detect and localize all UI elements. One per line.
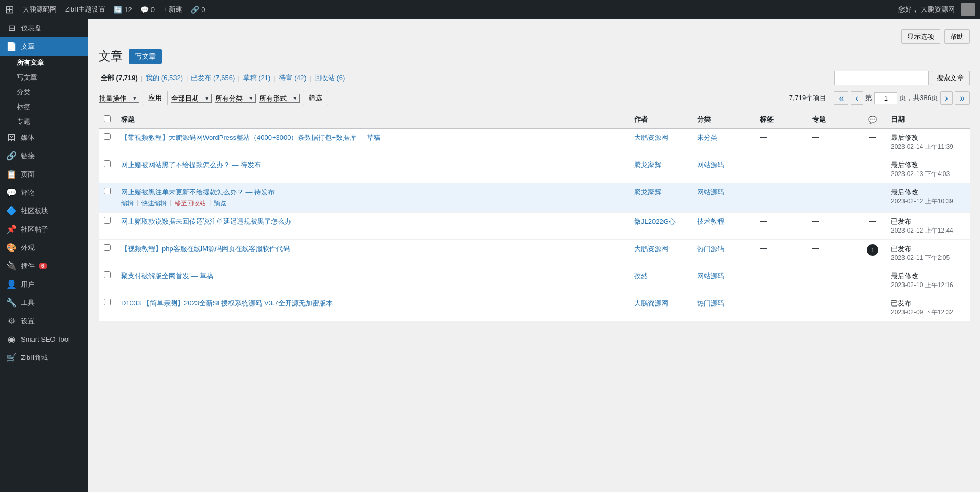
topic-value: — [812, 217, 819, 225]
trash-link[interactable]: 移至回收站 [175, 199, 206, 208]
author-link[interactable]: 大鹏资源网 [634, 299, 668, 307]
sidebar-item-posts[interactable]: 📄 文章 [0, 37, 88, 56]
post-title-link[interactable]: 聚支付破解版全网首发 — 草稿 [121, 272, 213, 280]
category-filter-select[interactable]: 所有分类 [215, 94, 256, 103]
sidebar-subitem-all-posts[interactable]: 所有文章 [0, 56, 88, 70]
tags-value: — [760, 244, 767, 252]
wp-logo-icon[interactable]: ⊞ [5, 3, 14, 16]
apply-button[interactable]: 应用 [143, 91, 168, 105]
filter-tab-draft[interactable]: 草稿 (21) [241, 72, 273, 84]
category-link[interactable]: 网站源码 [697, 161, 724, 169]
updates-link[interactable]: 🔄 12 [114, 6, 132, 14]
help-button[interactable]: 帮助 [944, 29, 970, 44]
sidebar-item-pages[interactable]: 📋 页面 [0, 165, 88, 183]
author-link[interactable]: 孜然 [634, 272, 648, 280]
row-checkbox[interactable] [104, 133, 111, 140]
sidebar-item-plugins[interactable]: 🔌 插件 6 [0, 257, 88, 275]
sidebar-subitem-tags[interactable]: 标签 [0, 100, 88, 114]
row-checkbox[interactable] [104, 160, 111, 167]
format-filter-select[interactable]: 所有形式 [259, 94, 300, 103]
filter-button[interactable]: 筛选 [303, 91, 328, 105]
category-link[interactable]: 热门源码 [697, 299, 724, 307]
smart-seo-icon: ◉ [6, 334, 17, 344]
sidebar-item-comments[interactable]: 💬 评论 [0, 183, 88, 202]
post-title-link[interactable]: 网上赌被黑注单未更新不给提款怎么办？ — 待发布 [121, 188, 275, 196]
new-link[interactable]: + 新建 [163, 5, 182, 14]
date-value: 2023-02-14 上午11:39 [891, 143, 953, 150]
comments-link[interactable]: 💬 0 [140, 6, 155, 14]
bulk-action-select[interactable]: 批量操作 [99, 94, 139, 103]
date-value: 2023-02-13 下午4:03 [891, 170, 950, 178]
posts-icon: 📄 [6, 41, 17, 51]
select-all-checkbox[interactable] [104, 115, 111, 122]
sidebar-item-settings[interactable]: ⚙ 设置 [0, 312, 88, 330]
links-count[interactable]: 🔗 0 [191, 6, 205, 14]
first-page-button[interactable]: « [834, 91, 848, 105]
sidebar-label-community-posts: 社区帖子 [21, 225, 48, 234]
filter-tab-mine[interactable]: 我的 (6,532) [144, 72, 185, 84]
author-link[interactable]: 腾龙家辉 [634, 188, 661, 196]
sidebar-item-tools[interactable]: 🔧 工具 [0, 293, 88, 312]
table-row: 网上赌被网站黑了不给提款怎么办？ — 待发布 腾龙家辉 网站源码 — — — 最… [99, 156, 970, 183]
sidebar-item-community-posts[interactable]: 📌 社区帖子 [0, 220, 88, 238]
avatar[interactable] [961, 3, 975, 16]
row-checkbox[interactable] [104, 299, 111, 305]
sidebar-subitem-write-posts[interactable]: 写文章 [0, 70, 88, 85]
category-link[interactable]: 网站源码 [697, 188, 724, 196]
th-date: 日期 [886, 111, 970, 129]
theme-settings[interactable]: ZibII主题设置 [65, 5, 105, 14]
author-link[interactable]: 微JL2022G心 [634, 217, 676, 225]
sidebar-label-tools: 工具 [21, 298, 35, 308]
author-link[interactable]: 大鹏资源网 [634, 134, 668, 141]
post-title-link[interactable]: 【视频教程】php客服在线IM源码网页在线客服软件代码 [121, 245, 290, 253]
sidebar-item-community[interactable]: 🔷 社区板块 [0, 202, 88, 220]
page-number-input[interactable] [874, 92, 897, 104]
prev-page-button[interactable]: ‹ [851, 91, 863, 105]
sidebar-item-dashboard[interactable]: ⊟ 仪表盘 [0, 19, 88, 37]
posts-table: 标题 作者 分类 标签 专题 💬 日期 【带视频教程】大鹏源码网WordPres… [99, 111, 970, 322]
post-title-link[interactable]: 【带视频教程】大鹏源码网WordPress整站（4000+3000）条数据打包+… [121, 134, 380, 141]
filter-tab-pending[interactable]: 待审 (42) [277, 72, 309, 84]
search-button[interactable]: 搜索文章 [931, 71, 970, 85]
tags-value: — [760, 299, 767, 307]
sidebar-item-links[interactable]: 🔗 链接 [0, 147, 88, 165]
row-checkbox[interactable] [104, 244, 111, 251]
write-post-button[interactable]: 写文章 [129, 49, 162, 64]
author-link[interactable]: 大鹏资源网 [634, 245, 668, 253]
sidebar-subitem-topics[interactable]: 专题 [0, 114, 88, 129]
edit-link[interactable]: 编辑 [121, 199, 134, 208]
sidebar-item-appearance[interactable]: 🎨 外观 [0, 238, 88, 257]
category-link[interactable]: 网站源码 [697, 272, 724, 280]
table-row: D1033 【简单亲测】2023全新SF授权系统源码 V3.7全开源无加密版本 … [99, 294, 970, 322]
category-link[interactable]: 技术教程 [697, 217, 724, 225]
sidebar-item-zib-shop[interactable]: 🛒 ZibII商城 [0, 348, 88, 367]
row-checkbox[interactable] [104, 271, 111, 278]
page-title: 文章 [99, 48, 123, 64]
category-link[interactable]: 热门源码 [697, 245, 724, 253]
site-name[interactable]: 大鹏源码网 [23, 5, 57, 14]
post-title-link[interactable]: 网上赌取款说数据未回传还说注单延迟违规被黑了怎么办 [121, 217, 291, 225]
quick-edit-link[interactable]: 快速编辑 [141, 199, 167, 208]
row-checkbox[interactable] [104, 188, 111, 194]
post-title-link[interactable]: D1033 【简单亲测】2023全新SF授权系统源码 V3.7全开源无加密版本 [121, 299, 333, 307]
filter-tab-all[interactable]: 全部 (7,719) [99, 72, 140, 84]
filter-tab-published[interactable]: 已发布 (7,656) [189, 72, 237, 84]
sidebar-subitem-categories[interactable]: 分类 [0, 85, 88, 100]
pages-icon: 📋 [6, 169, 17, 179]
next-page-button[interactable]: › [940, 91, 953, 105]
sidebar-item-smart-seo[interactable]: ◉ Smart SEO Tool [0, 330, 88, 348]
search-input[interactable] [834, 71, 929, 85]
post-title-link[interactable]: 网上赌被网站黑了不给提款怎么办？ — 待发布 [121, 161, 261, 169]
plugins-badge: 6 [39, 263, 47, 269]
date-status: 最后修改 [891, 134, 918, 141]
last-page-button[interactable]: » [955, 91, 970, 105]
sidebar-item-users[interactable]: 👤 用户 [0, 275, 88, 293]
row-checkbox[interactable] [104, 217, 111, 224]
preview-link[interactable]: 预览 [214, 199, 226, 208]
sidebar-item-media[interactable]: 🖼 媒体 [0, 129, 88, 147]
display-options-button[interactable]: 显示选项 [901, 29, 940, 44]
author-link[interactable]: 腾龙家辉 [634, 161, 661, 169]
category-link[interactable]: 未分类 [697, 134, 717, 141]
date-filter-select[interactable]: 全部日期 [171, 94, 212, 103]
filter-tab-trash[interactable]: 回收站 (6) [312, 72, 347, 84]
